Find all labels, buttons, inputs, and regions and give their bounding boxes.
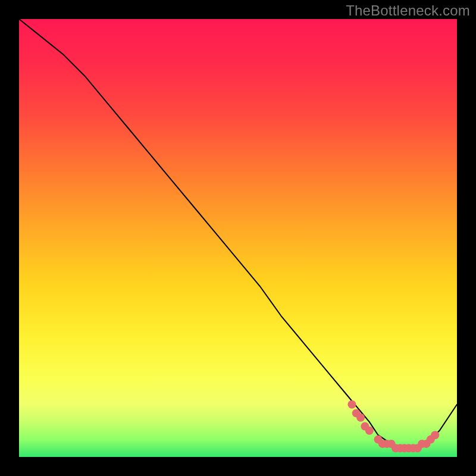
chart-frame: TheBottleneck.com — [0, 0, 476, 476]
chart-svg — [19, 19, 457, 457]
bottleneck-curve — [19, 19, 457, 448]
watermark-text: TheBottleneck.com — [346, 2, 470, 19]
highlight-dot — [431, 431, 439, 439]
highlight-dot — [365, 427, 374, 435]
highlight-dot — [347, 400, 356, 409]
highlight-dot — [356, 414, 365, 422]
highlight-dots-group — [347, 400, 439, 453]
